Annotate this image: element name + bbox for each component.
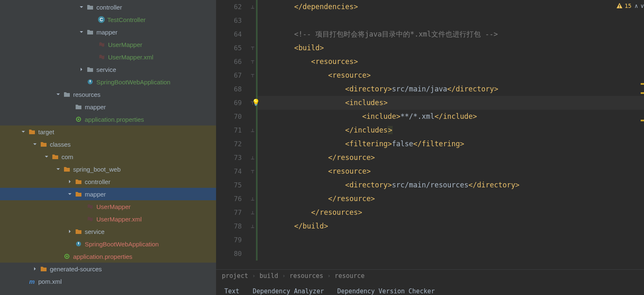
code-line[interactable]: <resource> — [256, 165, 644, 178]
tree-item[interactable]: spring_boot_web — [0, 163, 216, 175]
chevron-down-icon[interactable] — [55, 166, 61, 172]
breadcrumbs-bar[interactable]: project›build›resources›resource — [216, 269, 644, 282]
fold-marker[interactable] — [249, 206, 256, 219]
tree-item[interactable]: service — [0, 225, 216, 238]
code-line[interactable]: </resources> — [256, 206, 644, 219]
line-number[interactable]: 79 — [216, 233, 242, 247]
code-line[interactable]: <filtering>false</filtering> — [256, 137, 644, 151]
fold-marker[interactable] — [249, 123, 256, 137]
code-line[interactable]: <build> — [256, 41, 644, 55]
fold-marker[interactable] — [249, 41, 256, 55]
code-line[interactable] — [256, 14, 644, 27]
fold-marker[interactable] — [249, 0, 256, 14]
chevron-down-icon[interactable] — [43, 153, 50, 160]
chevron-right-icon[interactable] — [66, 178, 73, 185]
code-line[interactable]: <includes> — [256, 96, 644, 110]
line-number[interactable]: 65 — [216, 41, 242, 55]
tree-item[interactable]: application.properties — [0, 113, 216, 125]
code-line[interactable]: </includes> — [256, 123, 644, 137]
chevron-right-icon[interactable] — [32, 266, 38, 272]
code-line[interactable]: <directory>src/main/resources</directory… — [256, 178, 644, 192]
chevron-down-icon[interactable] — [32, 141, 38, 148]
fold-marker[interactable] — [249, 69, 256, 82]
fold-marker[interactable] — [249, 151, 256, 165]
intention-bulb-icon[interactable]: 💡 — [252, 98, 260, 106]
gutter[interactable]: 62636465666768697071727374757677787980 — [216, 0, 249, 269]
tree-item[interactable]: resources — [0, 88, 216, 101]
breadcrumb-item[interactable]: resources — [290, 272, 323, 280]
line-number[interactable]: 73 — [216, 151, 242, 165]
line-number[interactable]: 70 — [216, 110, 242, 123]
tree-item[interactable]: UserMapper.xml — [0, 213, 216, 225]
code-line[interactable]: </resource> — [256, 192, 644, 206]
line-number[interactable]: 77 — [216, 206, 242, 219]
code-line[interactable] — [256, 247, 644, 261]
tree-item[interactable]: mapper — [0, 26, 216, 38]
line-number[interactable]: 68 — [216, 82, 242, 96]
fold-marker[interactable] — [249, 55, 256, 69]
line-number[interactable]: 67 — [216, 69, 242, 82]
tree-item[interactable]: UserMapper — [0, 200, 216, 213]
editor-tab[interactable]: Text — [224, 288, 239, 295]
code-lines[interactable]: </dependencies> <!-- 项目打包时会将java目录中的*.xm… — [256, 0, 644, 269]
breadcrumb-item[interactable]: resource — [334, 272, 364, 280]
editor-tab[interactable]: Dependency Version Checker — [337, 288, 435, 295]
code-line[interactable]: <resources> — [256, 55, 644, 69]
fold-column[interactable] — [249, 0, 256, 269]
code-line[interactable]: <!-- 项目打包时会将java目录中的*.xml文件也进行打包 --> — [256, 27, 644, 41]
chevron-down-icon[interactable] — [20, 128, 27, 135]
code-line[interactable]: <resource> — [256, 69, 644, 82]
tree-item[interactable]: UserMapper.xml — [0, 51, 216, 63]
fold-marker[interactable] — [249, 192, 256, 206]
project-tree[interactable]: controllerCTestControllermapperUserMappe… — [0, 0, 216, 295]
editor-bottom-tabs[interactable]: TextDependency AnalyzerDependency Versio… — [216, 282, 644, 295]
line-number[interactable]: 80 — [216, 247, 242, 261]
line-number[interactable]: 76 — [216, 192, 242, 206]
tree-item[interactable]: SpringBootWebApplication — [0, 238, 216, 250]
prev-highlight-icon[interactable]: ∧ — [634, 2, 638, 9]
code-line[interactable] — [256, 233, 644, 247]
tree-item[interactable]: UserMapper — [0, 38, 216, 51]
breadcrumb-item[interactable]: build — [259, 272, 278, 280]
tree-item[interactable]: service — [0, 63, 216, 76]
fold-marker[interactable] — [249, 165, 256, 178]
line-number[interactable]: 75 — [216, 178, 242, 192]
line-number[interactable]: 69 — [216, 96, 242, 110]
line-number[interactable]: 74 — [216, 165, 242, 178]
code-area[interactable]: 62636465666768697071727374757677787980 <… — [216, 0, 644, 269]
code-line[interactable]: <include>**/*.xml</include> — [256, 110, 644, 123]
chevron-down-icon[interactable] — [55, 91, 61, 98]
warning-marker[interactable] — [641, 83, 644, 85]
chevron-right-icon[interactable] — [66, 228, 73, 235]
tree-item[interactable]: SpringBootWebApplication — [0, 76, 216, 88]
line-number[interactable]: 62 — [216, 0, 242, 14]
tree-item[interactable]: com — [0, 150, 216, 163]
line-number[interactable]: 71 — [216, 123, 242, 137]
line-number[interactable]: 72 — [216, 137, 242, 151]
tree-item[interactable]: controller — [0, 175, 216, 188]
line-number[interactable]: 63 — [216, 14, 242, 27]
tree-item[interactable]: CTestController — [0, 13, 216, 26]
code-line[interactable]: </build> — [256, 219, 644, 233]
tree-item[interactable]: mapper — [0, 188, 216, 200]
editor-tab[interactable]: Dependency Analyzer — [253, 288, 324, 295]
chevron-down-icon[interactable] — [66, 191, 73, 197]
line-number[interactable]: 78 — [216, 219, 242, 233]
warning-marker[interactable] — [641, 92, 644, 94]
tree-item[interactable]: classes — [0, 138, 216, 150]
tree-item[interactable]: generated-sources — [0, 263, 216, 275]
tree-item[interactable]: target — [0, 125, 216, 138]
problems-widget[interactable]: 15 — [616, 2, 632, 9]
tree-item[interactable]: application.properties — [0, 250, 216, 263]
warning-marker[interactable] — [641, 120, 644, 121]
tree-item[interactable]: mapper — [0, 101, 216, 113]
code-line[interactable]: </dependencies> — [256, 0, 644, 14]
chevron-down-icon[interactable] — [78, 29, 85, 35]
error-stripe[interactable] — [640, 0, 644, 269]
tree-item[interactable]: controller — [0, 1, 216, 13]
tree-item[interactable]: mpom.xml — [0, 275, 216, 288]
line-number[interactable]: 66 — [216, 55, 242, 69]
code-line[interactable]: <directory>src/main/java</directory> — [256, 82, 644, 96]
chevron-down-icon[interactable] — [78, 4, 85, 10]
fold-marker[interactable] — [249, 219, 256, 233]
